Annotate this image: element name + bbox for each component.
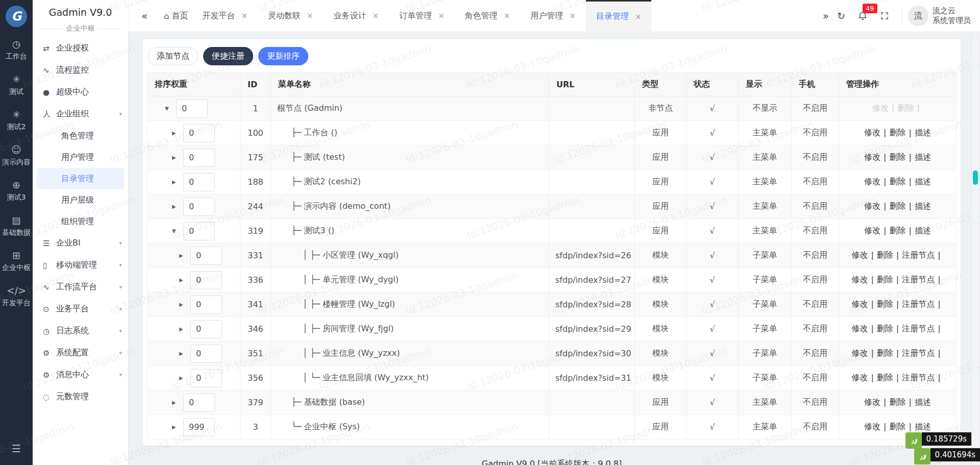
op-link[interactable]: 描述 — [915, 422, 931, 431]
tree-expander-icon[interactable]: ▶ — [179, 302, 186, 307]
user-info[interactable]: 流之云 系统管理员 — [933, 6, 971, 26]
op-link[interactable]: 修改 — [864, 397, 880, 407]
sort-weight-input[interactable] — [190, 296, 222, 314]
op-link[interactable]: 删除 — [890, 201, 906, 211]
tree-expander-icon[interactable]: ▶ — [179, 253, 186, 258]
tab-close-icon[interactable]: × — [504, 11, 510, 20]
tab-角色管理[interactable]: 角色管理 × — [455, 0, 521, 32]
op-link[interactable]: 修改 — [851, 373, 868, 382]
sidebar-item[interactable]: 人 企业组织 ▾ — [33, 103, 128, 125]
debug-logo-icon[interactable] — [914, 448, 930, 464]
tab-用户管理[interactable]: 用户管理 × — [520, 0, 586, 32]
debug-logo-icon[interactable] — [905, 432, 922, 449]
sort-weight-input[interactable] — [183, 173, 215, 191]
rail-item-enterprise-hub[interactable]: ⊞ 企业中枢 — [2, 250, 31, 273]
sidebar-subitem[interactable]: 目录管理 — [37, 168, 124, 189]
tab-close-icon[interactable]: × — [635, 12, 642, 21]
rail-item-demo-content[interactable]: ☺ 演示内容 — [2, 144, 31, 167]
page-scrollbar[interactable] — [971, 32, 978, 465]
rail-item-dev-platform[interactable]: </> 开发平台 — [2, 285, 31, 308]
rail-item-test[interactable]: ✳ 测试 — [2, 74, 31, 96]
op-link[interactable]: 注册节点 — [902, 373, 935, 382]
op-link[interactable]: 注册节点 — [902, 275, 935, 284]
op-link[interactable]: 删除 — [890, 422, 906, 431]
tree-expander-icon[interactable]: ▶ — [172, 179, 179, 185]
rail-item-test3[interactable]: ⊕ 测试3 — [2, 179, 31, 202]
op-link[interactable]: 注册节点 — [902, 324, 935, 333]
op-link[interactable]: 删除 — [890, 152, 906, 162]
op-link[interactable]: 注册节点 — [902, 250, 935, 260]
sort-weight-input[interactable] — [183, 124, 215, 142]
sidebar-subitem[interactable]: 组织管理 — [33, 211, 128, 232]
op-link[interactable]: 描述 — [915, 128, 931, 137]
tree-expander-icon[interactable]: ▶ — [179, 326, 186, 332]
toolbar-button[interactable]: 便捷注册 — [203, 47, 253, 65]
tab-close-icon[interactable]: × — [241, 11, 248, 20]
op-link[interactable]: 修改 — [872, 103, 889, 113]
op-link[interactable]: 描述 — [915, 397, 931, 407]
op-link[interactable]: 删除 — [877, 275, 893, 284]
tree-expander-icon[interactable]: ▶ — [179, 375, 186, 381]
app-logo[interactable]: G — [6, 6, 27, 27]
tabs-scroll-left-icon[interactable]: « — [139, 10, 150, 22]
tree-expander-icon[interactable]: ▶ — [172, 130, 179, 136]
tab-close-icon[interactable]: × — [569, 11, 576, 20]
op-link[interactable]: 注册节点 — [902, 299, 935, 309]
sort-weight-input[interactable] — [183, 149, 215, 167]
rail-item-test2[interactable]: ✳ 测试2 — [2, 109, 31, 132]
op-link[interactable]: 修改 — [851, 348, 868, 358]
op-link[interactable]: 删除 — [890, 128, 906, 137]
tree-expander-icon[interactable]: ▶ — [172, 424, 179, 430]
op-link[interactable]: 删除 — [877, 250, 893, 260]
op-link[interactable]: 描述 — [915, 177, 931, 186]
sidebar-item[interactable]: ◌ 元数管理 — [33, 386, 128, 408]
tab-home[interactable]: ⌂ 首页 — [164, 11, 188, 21]
sort-weight-input[interactable] — [176, 100, 208, 118]
sidebar-item[interactable]: ● 超级中心 — [33, 81, 128, 103]
sidebar-item[interactable]: ⚙ 系统配置 ▾ — [33, 342, 128, 364]
op-link[interactable]: 修改 — [851, 324, 868, 333]
op-link[interactable]: 删除 — [877, 348, 893, 358]
op-link[interactable]: 修改 — [864, 152, 880, 162]
toolbar-button[interactable]: 添加节点 — [148, 47, 198, 65]
op-link[interactable]: 修改 — [864, 201, 880, 211]
sidebar-subitem[interactable]: 用户管理 — [33, 146, 128, 168]
sidebar-item[interactable]: ∿ 工作流平台 ▾ — [33, 276, 128, 298]
sidebar-item[interactable]: ∿ 流程监控 — [33, 59, 128, 81]
sidebar-item[interactable]: ⊙ 业务平台 ▾ — [33, 298, 128, 320]
sidebar-item[interactable]: ⇄ 企业授权 — [33, 37, 128, 59]
toolbar-button[interactable]: 更新排序 — [258, 47, 308, 65]
sidebar-item[interactable]: ⚙ 消息中心 ▾ — [33, 364, 128, 386]
sort-weight-input[interactable] — [190, 320, 222, 338]
collapse-sidebar-icon[interactable]: ☰ — [12, 443, 21, 455]
sidebar-item[interactable]: ◷ 日志系统 ▾ — [33, 320, 128, 342]
op-link[interactable]: 删除 — [898, 103, 914, 113]
sort-weight-input[interactable] — [190, 247, 222, 265]
sidebar-subitem[interactable]: 用户层级 — [33, 189, 128, 211]
refresh-icon[interactable]: ↻ — [837, 10, 845, 21]
tab-目录管理[interactable]: 目录管理 × — [586, 0, 652, 32]
tabs-scroll-right-icon[interactable]: » — [821, 10, 831, 22]
op-link[interactable]: 删除 — [890, 226, 906, 235]
op-link[interactable]: 注册节点 — [902, 348, 935, 358]
tree-expander-icon[interactable]: ▶ — [179, 277, 186, 283]
op-link[interactable]: 删除 — [890, 177, 906, 186]
tab-close-icon[interactable]: × — [438, 11, 445, 20]
tree-expander-icon[interactable]: ▶ — [172, 204, 179, 209]
tree-expander-icon[interactable]: ▶ — [179, 351, 186, 356]
sidebar-item[interactable]: ☰ 企业BI ▾ — [33, 232, 128, 254]
tree-expander-icon[interactable]: ▼ — [172, 228, 179, 234]
op-link[interactable]: 修改 — [864, 422, 880, 431]
notification-bell-icon[interactable]: 49 — [857, 11, 868, 21]
tree-expander-icon[interactable]: ▼ — [165, 106, 172, 111]
fullscreen-icon[interactable] — [880, 11, 889, 20]
scrollbar-thumb[interactable] — [973, 170, 978, 185]
sort-weight-input[interactable] — [190, 271, 222, 289]
sort-weight-input[interactable] — [190, 345, 222, 363]
sort-weight-input[interactable] — [183, 394, 215, 412]
sort-weight-input[interactable] — [183, 418, 215, 436]
op-link[interactable]: 修改 — [864, 177, 880, 186]
tab-close-icon[interactable]: × — [307, 11, 313, 20]
tab-灵动数联[interactable]: 灵动数联 × — [258, 0, 324, 32]
tab-业务设计[interactable]: 业务设计 × — [324, 0, 389, 32]
